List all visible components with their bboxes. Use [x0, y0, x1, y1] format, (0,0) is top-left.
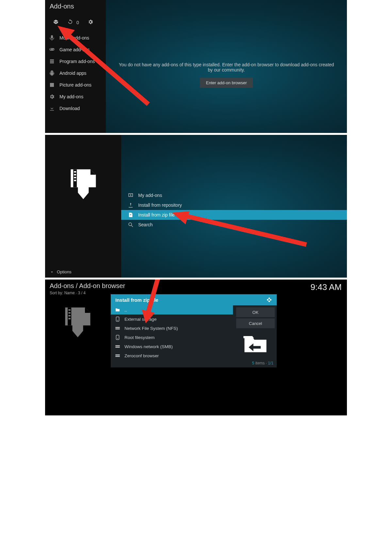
menu-install-repo[interactable]: Install from repository	[121, 200, 347, 210]
sidebar-label: Game add-ons	[59, 47, 90, 52]
sidebar-label: Music add-ons	[59, 35, 89, 40]
svg-point-9	[129, 223, 132, 226]
panel-install-zip-dialog: Add-ons / Add-on browser Sort by: Name ·…	[45, 280, 347, 415]
gear-icon[interactable]	[88, 19, 93, 26]
sidebar-label: Download	[59, 106, 80, 111]
sidebar-label: My add-ons	[59, 94, 83, 99]
folder-back-icon	[236, 330, 275, 358]
items-label: items ·	[254, 361, 268, 365]
file-label: ..	[124, 308, 127, 313]
svg-line-10	[131, 225, 133, 227]
menu-label: My add-ons	[138, 193, 162, 198]
svg-rect-26	[115, 347, 120, 348]
page-subtitle: Sort by: Name · 3 / 4	[50, 291, 86, 295]
svg-rect-16	[68, 315, 71, 316]
file-label: External storage	[124, 317, 156, 322]
svg-rect-14	[68, 309, 71, 311]
cancel-button[interactable]: Cancel	[236, 318, 275, 328]
update-count: 0	[76, 20, 79, 25]
svg-marker-18	[85, 308, 90, 313]
sidebar: Options	[45, 135, 121, 278]
svg-rect-5	[74, 177, 76, 178]
svg-rect-27	[115, 354, 120, 355]
file-item-up[interactable]: ..	[111, 305, 233, 314]
zip-download-icon	[65, 168, 101, 203]
options-button[interactable]: Options	[50, 269, 72, 274]
svg-rect-4	[74, 174, 76, 175]
main-content: You do not have any add-ons of this type…	[106, 0, 347, 133]
svg-rect-17	[68, 318, 71, 319]
menu-install-zip[interactable]: Install from zip file	[121, 210, 347, 220]
dialog-footer: 5 items · 1/1	[111, 360, 277, 367]
file-item-zeroconf[interactable]: Zeroconf browser	[111, 351, 233, 360]
svg-point-24	[117, 338, 118, 339]
sidebar-item-download[interactable]: Download	[45, 103, 106, 114]
box-icon[interactable]	[53, 19, 59, 26]
sidebar-item-program[interactable]: Program add-ons	[45, 56, 106, 67]
ok-button[interactable]: OK	[236, 307, 275, 317]
main-content: Install from zip file .. External storag…	[110, 280, 347, 415]
dialog-title: Install from zip file	[115, 297, 158, 303]
sidebar	[45, 280, 110, 415]
svg-rect-28	[115, 356, 120, 357]
file-item-smb[interactable]: Windows network (SMB)	[111, 342, 233, 351]
file-item-nfs[interactable]: Network File System (NFS)	[111, 324, 233, 333]
page-indicator: 1/1	[268, 361, 273, 365]
options-label: Options	[57, 269, 72, 274]
zip-download-icon	[60, 306, 96, 342]
sidebar-item-android[interactable]: Android apps	[45, 67, 106, 79]
menu-my-addons[interactable]: My add-ons	[121, 190, 347, 200]
menu-label: Search	[138, 222, 153, 227]
file-item-external[interactable]: External storage	[111, 314, 233, 324]
svg-rect-25	[115, 345, 120, 346]
menu-label: Install from zip file	[138, 212, 175, 218]
panel-addon-browser: Add-ons / Add-on browser Sort by: Name ·…	[45, 135, 347, 278]
file-label: Windows network (SMB)	[124, 344, 173, 349]
svg-rect-3	[74, 171, 76, 172]
menu-label: Install from repository	[138, 202, 182, 208]
file-item-root[interactable]: Root filesystem	[111, 333, 233, 342]
svg-rect-22	[115, 329, 120, 330]
enter-browser-button[interactable]: Enter add-on browser	[200, 78, 253, 88]
sidebar: 0 Music add-ons Game add-ons Program add…	[45, 0, 106, 133]
sidebar-item-myaddons[interactable]: My add-ons	[45, 91, 106, 103]
sidebar-item-game[interactable]: Game add-ons	[45, 44, 106, 56]
kodi-logo-icon	[266, 297, 272, 303]
page-title: Add-ons	[50, 3, 74, 10]
svg-rect-6	[74, 180, 76, 181]
file-list: .. External storage Network File System …	[111, 305, 233, 360]
sidebar-label: Program add-ons	[59, 59, 95, 64]
file-label: Zeroconf browser	[124, 353, 159, 358]
sidebar-item-picture[interactable]: Picture add-ons	[45, 79, 106, 91]
svg-point-20	[117, 320, 118, 321]
sidebar-label: Android apps	[59, 71, 87, 76]
panel-addons-main: Add-ons 9:43 AM 0 Music add-ons Game add…	[45, 0, 347, 133]
sidebar-item-music[interactable]: Music add-ons	[45, 32, 106, 44]
menu-search[interactable]: Search	[121, 220, 347, 230]
svg-rect-15	[68, 312, 71, 314]
file-label: Network File System (NFS)	[124, 326, 178, 331]
main-content: My add-ons Install from repository Insta…	[121, 135, 347, 278]
svg-rect-21	[115, 327, 120, 328]
file-label: Root filesystem	[124, 335, 155, 340]
sidebar-label: Picture add-ons	[59, 82, 91, 88]
empty-msg: You do not have any add-ons of this type…	[119, 62, 334, 73]
svg-marker-7	[90, 169, 96, 175]
file-browser-dialog: Install from zip file .. External storag…	[110, 294, 277, 368]
reload-icon[interactable]	[67, 19, 73, 26]
